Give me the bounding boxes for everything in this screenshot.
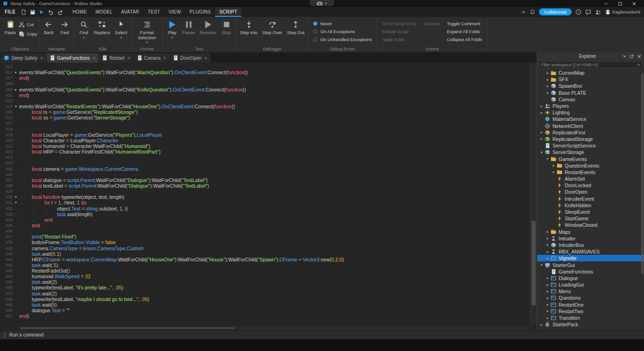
back-button[interactable]: Back [41, 18, 56, 35]
menu-tab-home[interactable]: HOME [68, 7, 91, 17]
tree-item-lighting[interactable]: ▸Lighting [537, 109, 644, 116]
tree-item-restartone[interactable]: ▸RestartOne [537, 302, 644, 308]
code-line-424[interactable]: 424 [0, 160, 530, 166]
pause-button[interactable]: Pause [181, 18, 197, 35]
code-line-441[interactable]: 441→HRP.CFrame = workspace.CurrentMap:Wa… [0, 257, 530, 262]
chevron-right-icon[interactable]: ▸ [545, 236, 550, 240]
code-line-439[interactable]: 439→camera.CameraType = Enum.CameraType.… [0, 246, 530, 251]
chevron-right-icon[interactable]: ▸ [545, 250, 550, 254]
chevron-right-icon[interactable]: ▸ [545, 289, 550, 294]
chevron-right-icon[interactable]: ▸ [551, 170, 556, 174]
tree-item-transition[interactable]: ▸Transition [537, 315, 644, 321]
code-line-437[interactable]: 437→print("Restart Fired") [0, 234, 530, 239]
code-line-436[interactable]: 436 [0, 228, 530, 234]
code-line-428[interactable]: 428→local textLabel = script.Parent:Wait… [0, 183, 530, 189]
file-menu[interactable]: FILE [0, 7, 20, 17]
tree-item-serverscriptservice[interactable]: ServerScriptService [537, 142, 644, 149]
code-line-420[interactable]: 420→local Character = LocalPlayer.Charac… [0, 138, 530, 143]
code-line-445[interactable]: 445→task.wait(2) [0, 279, 530, 285]
close-tab-icon[interactable]: × [163, 56, 166, 61]
code-line-450[interactable]: 450→dialogue.Text = "" [0, 308, 530, 313]
select-button[interactable]: Select▾ [113, 18, 129, 39]
code-line-419[interactable]: 419→local LocalPlayer = game:GetService(… [0, 132, 530, 138]
code-line-418[interactable]: 418 [0, 126, 530, 132]
reload-script-button[interactable]: Reload Script [382, 29, 417, 34]
code-line-444[interactable]: 444→humanoid.WalkSpeed = 32 [0, 274, 530, 279]
code-line-432[interactable]: 432→→→object.Text = string.sub(text, 1, … [0, 206, 530, 211]
fold-expanded-icon[interactable]: ▾ [13, 104, 19, 109]
tree-item-questions[interactable]: ▸Questions [537, 295, 644, 301]
code-line-440[interactable]: 440→task.wait(0.1) [0, 251, 530, 257]
code-line-368[interactable]: 368 [0, 81, 530, 86]
new-doc-icon[interactable] [21, 9, 26, 15]
close-tab-icon[interactable]: × [40, 56, 43, 61]
code-line-425[interactable]: 425→local camera = game.Workspace.Curren… [0, 166, 530, 172]
code-line-451[interactable]: 451end) [0, 313, 530, 319]
chevron-right-icon[interactable]: ▸ [539, 130, 544, 134]
chevron-right-icon[interactable]: ▸ [551, 163, 556, 168]
maximize-button[interactable] [613, 0, 627, 7]
chevron-right-icon[interactable]: ▸ [545, 256, 550, 260]
tree-item-rbx-animsaves[interactable]: ▸RBX_ANIMSAVES [537, 248, 644, 255]
tree-item-players[interactable]: ▸Players [537, 103, 644, 109]
code-line-421[interactable]: 421→local humanoid = Character:WaitForCh… [0, 143, 530, 149]
chevron-right-icon[interactable]: ▸ [545, 316, 550, 320]
resume-button[interactable]: Resume [198, 18, 218, 35]
go-to-script-error-button[interactable]: Go to Script Error [382, 21, 417, 26]
step-out-button[interactable]: Step Out [285, 18, 307, 35]
cut-button[interactable]: Cut [19, 21, 37, 28]
people-icon[interactable] [595, 9, 602, 15]
code-line-433[interactable]: 433→→→task.wait(length) [0, 211, 530, 217]
code-line-438[interactable]: 438→buttonFrame.TextButton.Visible = fal… [0, 239, 530, 245]
menu-tab-plugins[interactable]: PLUGINS [185, 7, 215, 17]
close-icon[interactable] [637, 54, 642, 59]
tree-item-restartevents[interactable]: ▸RestartEvents [537, 169, 644, 176]
chevron-right-icon[interactable]: ▸ [545, 84, 550, 88]
chevron-down-icon[interactable]: ▾ [539, 263, 544, 267]
doc-tab-sleep-safely[interactable]: Sleep Safely× [0, 53, 46, 63]
code-line-447[interactable]: 447→task.wait(2) [0, 291, 530, 296]
tree-item-intruderevent[interactable]: IntruderEvent [537, 196, 644, 202]
tree-item-startergui[interactable]: ▾StarterGui [537, 261, 644, 268]
radio-on-unhandled-exceptions[interactable]: On Unhandled Exceptions [313, 37, 371, 42]
code-editor[interactable]: 313314▸events:WaitForChild("QuestionEven… [0, 63, 537, 330]
scrollbar-thumb[interactable] [20, 327, 235, 329]
editor-vertical-scrollbar[interactable] [530, 63, 537, 326]
tree-item-maps[interactable]: ▸Maps [537, 229, 644, 235]
chevron-right-icon[interactable]: ▸ [545, 283, 550, 287]
chevron-right-icon[interactable]: ▸ [545, 230, 550, 234]
toggle-comment-button[interactable]: Toggle Comment [447, 21, 482, 26]
tree-item-questionevents[interactable]: ▸QuestionEvents [537, 162, 644, 169]
save-icon[interactable] [30, 9, 35, 15]
close-tab-icon[interactable]: × [93, 56, 96, 61]
scrollbar-thumb[interactable] [532, 221, 536, 305]
code-line-416[interactable]: 416→local ss = game:GetService("ServerSt… [0, 115, 530, 120]
chevron-right-icon[interactable]: ▸ [539, 137, 544, 141]
chevron-right-icon[interactable]: ▸ [539, 104, 544, 108]
fold-expanded-icon[interactable]: ▾ [13, 194, 19, 200]
close-tab-icon[interactable]: × [204, 56, 207, 61]
code-line-417[interactable]: 417 [0, 120, 530, 126]
code-line-412[interactable]: 412end) [0, 92, 530, 98]
code-line-446[interactable]: 446→typewrite(textLabel, "It's pretty la… [0, 285, 530, 290]
chevron-down-icon[interactable]: ▾ [545, 157, 550, 161]
tree-item-menu[interactable]: ▸Menu [537, 288, 644, 295]
tree-item-serverstorage[interactable]: ▾ServerStorage [537, 149, 644, 155]
tree-item-windowclosed[interactable]: WindowClosed [537, 222, 644, 228]
code-line-449[interactable]: 449→task.wait(5) [0, 302, 530, 308]
code-line-443[interactable]: 443→RestartFadeOut() [0, 268, 530, 274]
tree-item-intruderbox[interactable]: ▸IntruderBox [537, 242, 644, 248]
tree-item-loadinggui[interactable]: ▸LoadingGui [537, 281, 644, 288]
help-icon[interactable]: ? [575, 9, 581, 15]
collaborate-button[interactable]: Collaborate [539, 8, 572, 15]
tree-item-sfx[interactable]: ▸SFX [537, 76, 644, 83]
undo-icon[interactable] [48, 9, 54, 15]
chevron-right-icon[interactable]: ▸ [545, 243, 550, 247]
tree-item-gamefunctions[interactable]: GameFunctions [537, 268, 644, 275]
play-sm-icon[interactable] [39, 10, 44, 14]
tree-item-dooropen[interactable]: DoorOpen [537, 189, 644, 195]
fwd-button[interactable]: Fwd [57, 18, 72, 35]
tree-item-intruder[interactable]: ▸Intruder [537, 235, 644, 242]
chevron-down-icon[interactable]: ▾ [539, 150, 544, 154]
code-line-435[interactable]: 435→end [0, 223, 530, 228]
